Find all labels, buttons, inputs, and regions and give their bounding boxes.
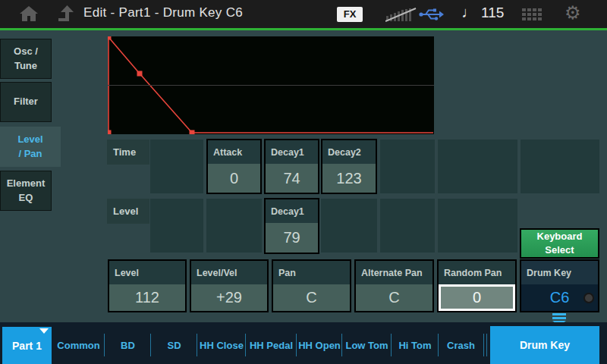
tab-label: SD xyxy=(167,340,181,351)
envelope-handle[interactable] xyxy=(190,130,195,135)
decay1-time-cell[interactable]: Decay1 74 xyxy=(264,139,319,194)
page-title: Edit - Part1 - Drum Key C6 xyxy=(83,5,243,20)
tab-label: BD xyxy=(121,340,135,351)
pan-cell[interactable]: Pan C xyxy=(272,259,351,312)
param-label: Decay2 xyxy=(322,140,376,164)
tab-label: Common xyxy=(57,340,99,351)
fx-indicator[interactable]: FX xyxy=(337,7,363,22)
sidebar-item-level-pan[interactable]: Level / Pan xyxy=(0,127,61,167)
decay1-level-value[interactable]: 79 xyxy=(266,223,318,253)
level-row-label: Level xyxy=(107,199,149,224)
tab-hh-close[interactable]: HH Close xyxy=(198,327,245,364)
sidebar-label: Level xyxy=(0,133,61,147)
tab-part1[interactable]: Part 1 xyxy=(2,327,52,364)
tab-low-tom[interactable]: Low Tom xyxy=(343,327,391,364)
sidebar-item-osc-tune[interactable]: Osc / Tune xyxy=(0,39,52,79)
keyboard-select-label: Keyboard xyxy=(521,230,598,243)
tab-drum-key[interactable]: Drum Key xyxy=(490,326,599,364)
level-empty-cell xyxy=(321,199,377,253)
utility-gear-icon[interactable]: ⚙ xyxy=(565,2,581,24)
sidebar-label: Filter xyxy=(1,95,51,109)
tab-hh-open[interactable]: HH Open xyxy=(297,327,341,364)
tab-label: Crash xyxy=(447,340,475,351)
tempo-value: 115 xyxy=(481,5,504,21)
envelope-midline xyxy=(108,85,434,86)
quarter-note-icon: ♩ xyxy=(461,4,476,21)
main-area: Osc / Tune Filter Level / Pan Element EQ… xyxy=(0,30,607,322)
sidebar-label: / Pan xyxy=(0,147,61,162)
alternate-pan-value[interactable]: C xyxy=(356,284,432,311)
tab-label: Drum Key xyxy=(520,339,570,351)
live-set-grid-icon[interactable] xyxy=(522,8,543,21)
time-empty-cell xyxy=(150,140,203,193)
sidebar-item-filter[interactable]: Filter xyxy=(0,82,52,122)
sidebar-label: Element xyxy=(1,177,51,191)
home-icon[interactable] xyxy=(20,6,38,21)
triangle-down-icon xyxy=(39,328,49,334)
pan-value[interactable]: C xyxy=(273,284,350,311)
time-empty-cell xyxy=(438,140,517,193)
time-empty-cell xyxy=(521,140,599,193)
alternate-pan-cell[interactable]: Alternate Pan C xyxy=(354,259,434,312)
level-empty-cell xyxy=(438,199,517,253)
level-empty-cell xyxy=(380,199,435,253)
exit-up-icon[interactable] xyxy=(56,5,74,22)
param-label: Decay1 xyxy=(266,199,318,223)
knob-indicator-icon xyxy=(583,293,594,303)
param-label: Pan xyxy=(273,261,350,284)
attack-time-cell[interactable]: Attack 0 xyxy=(206,139,262,194)
tab-bd[interactable]: BD xyxy=(105,327,150,364)
time-empty-cell xyxy=(380,140,435,193)
sidebar-label: EQ xyxy=(1,191,51,206)
tab-label: HH Open xyxy=(298,340,341,351)
sidebar-label: Osc / xyxy=(1,45,51,59)
top-bar: Edit - Part1 - Drum Key C6 FX ♩ 115 ⚙ xyxy=(0,0,607,28)
decay1-level-cell[interactable]: Decay1 79 xyxy=(264,198,319,254)
tab-label: Hi Tom xyxy=(398,340,431,351)
envelope-handle[interactable] xyxy=(108,36,112,40)
param-label: Decay1 xyxy=(266,140,318,164)
envelope-handle[interactable] xyxy=(137,71,143,77)
tab-common[interactable]: Common xyxy=(53,327,104,364)
tab-label: Low Tom xyxy=(345,340,388,351)
level-empty-cell xyxy=(206,199,262,253)
drum-key-value[interactable]: C6 xyxy=(521,284,598,311)
drum-key-note: C6 xyxy=(550,289,570,306)
param-label: Random Pan xyxy=(439,261,515,284)
level-value[interactable]: 112 xyxy=(109,284,185,311)
level-cell[interactable]: Level 112 xyxy=(108,259,187,312)
param-label: Drum Key xyxy=(521,261,598,284)
tab-hi-tom[interactable]: Hi Tom xyxy=(392,327,438,364)
param-label: Attack xyxy=(208,140,260,164)
level-empty-cell xyxy=(150,199,203,253)
tempo-indicator[interactable]: ♩ 115 xyxy=(461,4,504,21)
envelope-handle[interactable] xyxy=(108,130,112,135)
decay2-time-cell[interactable]: Decay2 123 xyxy=(321,139,377,194)
time-row-label: Time xyxy=(107,140,149,165)
random-pan-cell[interactable]: Random Pan 0 xyxy=(437,259,517,312)
sidebar-label: Tune xyxy=(1,59,51,74)
keyboard-select-label: Select xyxy=(521,243,598,257)
sidebar-item-element-eq[interactable]: Element EQ xyxy=(0,171,52,211)
tab-crash[interactable]: Crash xyxy=(439,327,483,364)
keyboard-select-button[interactable]: Keyboard Select xyxy=(520,228,599,259)
tab-label: HH Pedal xyxy=(250,340,293,351)
param-label: Level xyxy=(109,261,185,284)
param-label: Alternate Pan xyxy=(356,261,432,284)
envelope-display[interactable] xyxy=(108,36,434,134)
level-vel-cell[interactable]: Level/Vel +29 xyxy=(190,259,269,312)
level-vel-value[interactable]: +29 xyxy=(191,284,267,311)
random-pan-value[interactable]: 0 xyxy=(439,284,515,311)
tab-sd[interactable]: SD xyxy=(152,327,197,364)
usb-icon xyxy=(419,8,444,21)
tab-label: HH Close xyxy=(200,340,244,351)
decay2-time-value[interactable]: 123 xyxy=(322,164,376,193)
tab-label: Part 1 xyxy=(12,340,42,352)
tab-hh-pedal[interactable]: HH Pedal xyxy=(247,327,296,364)
bottom-tab-bar: Part 1 Common BD SD HH Close HH Pedal HH… xyxy=(0,322,607,364)
param-label: Level/Vel xyxy=(191,261,267,284)
decay1-time-value[interactable]: 74 xyxy=(266,164,318,193)
attack-time-value[interactable]: 0 xyxy=(208,164,260,193)
drum-key-cell[interactable]: Drum Key C6 xyxy=(520,259,599,312)
quick-setup-fader-icon[interactable] xyxy=(385,7,417,22)
